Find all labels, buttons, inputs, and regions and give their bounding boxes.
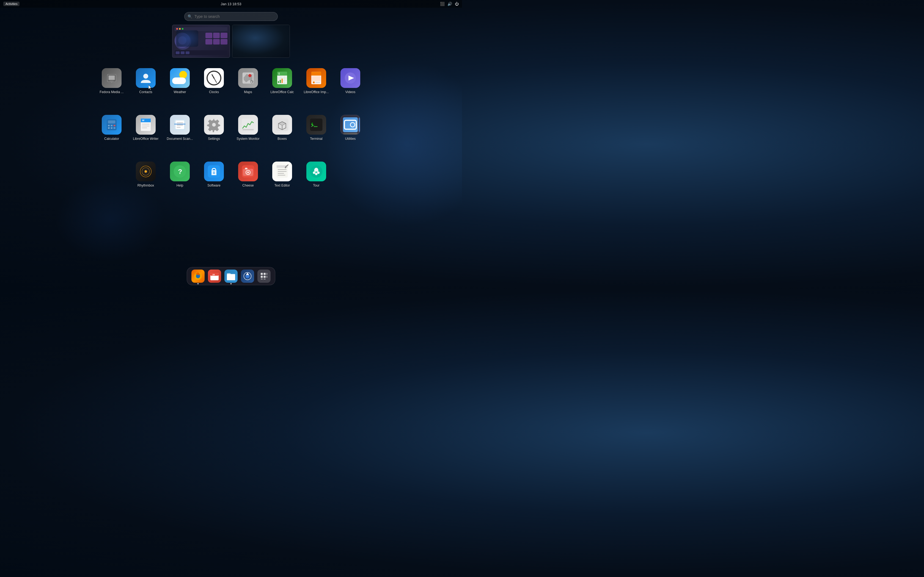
svg-point-26: [313, 81, 315, 83]
app-item-tour[interactable]: Tour: [301, 161, 331, 187]
svg-rect-25: [312, 76, 321, 81]
app-item-rhythmbox[interactable]: Rhythmbox: [131, 161, 161, 187]
app-label-fedora-media-writer: Fedora Media ...: [100, 90, 123, 94]
activities-label: Activities: [5, 2, 17, 5]
app-label-libreoffice-impress: LibreOffice Imp...: [304, 90, 329, 94]
app-item-boxes[interactable]: Boxes: [267, 115, 297, 141]
app-label-utilities: Utilities: [345, 137, 356, 141]
svg-point-102: [315, 173, 318, 175]
app-label-terminal: Terminal: [310, 137, 322, 141]
app-item-calculator[interactable]: + − × ÷ Calculator: [97, 115, 127, 141]
svg-rect-115: [261, 273, 263, 275]
datetime-label: Jan 13 18:53: [221, 2, 241, 6]
app-item-document-scanner[interactable]: Document Scan...: [165, 115, 195, 141]
app-label-rhythmbox: Rhythmbox: [137, 184, 154, 187]
svg-rect-119: [264, 276, 266, 278]
dock-item-calendar[interactable]: 26: [208, 269, 221, 283]
app-item-terminal[interactable]: $_ Terminal: [301, 115, 331, 141]
app-item-libreoffice-calc[interactable]: Σ LibreOffice Calc: [267, 68, 297, 94]
svg-point-4: [143, 74, 148, 79]
display-icon: ⬛: [440, 2, 445, 6]
app-label-libreoffice-calc: LibreOffice Calc: [270, 90, 294, 94]
app-grid-row3: Rhythmbox ? Help Software: [131, 161, 331, 187]
app-label-maps: Maps: [244, 90, 252, 94]
app-label-settings: Settings: [208, 137, 220, 141]
svg-rect-118: [261, 276, 263, 278]
search-container: 🔍: [184, 12, 278, 21]
svg-rect-2: [110, 81, 113, 81]
app-item-software[interactable]: Software: [199, 161, 229, 187]
svg-rect-50: [174, 124, 186, 125]
power-icon[interactable]: ⏻: [455, 2, 459, 6]
top-bar-right: ⬛ 🔊 ⏻: [440, 2, 459, 6]
app-label-system-monitor: System Monitor: [236, 137, 259, 141]
svg-rect-34: [113, 125, 115, 126]
app-item-libreoffice-impress[interactable]: LibreOffice Imp...: [301, 68, 331, 94]
app-label-text-editor: Text Editor: [275, 184, 290, 187]
app-item-utilities[interactable]: PDF Utilities: [335, 115, 365, 141]
app-label-cheese: Cheese: [242, 184, 254, 187]
svg-rect-1: [108, 76, 115, 80]
dock-item-show-applications[interactable]: [257, 269, 271, 283]
svg-text:W: W: [142, 119, 145, 122]
svg-point-55: [212, 123, 216, 127]
app-label-videos: Videos: [346, 90, 355, 94]
dock-item-firefox[interactable]: [191, 269, 205, 283]
app-label-calculator: Calculator: [104, 137, 119, 141]
svg-point-90: [251, 169, 253, 171]
svg-point-3: [111, 81, 113, 83]
svg-rect-24: [311, 72, 321, 76]
svg-text:×: ×: [108, 127, 109, 129]
app-grid-row2: + − × ÷ Calculator W LibreOffice Writer: [97, 115, 365, 141]
app-item-weather[interactable]: Weather: [165, 68, 195, 94]
activities-button[interactable]: Activities: [3, 2, 19, 6]
svg-text:?: ?: [178, 168, 182, 175]
window-previews: [172, 25, 290, 58]
svg-rect-120: [261, 279, 263, 279]
svg-rect-116: [264, 273, 266, 275]
search-input[interactable]: [184, 12, 278, 21]
dock: 26: [187, 267, 275, 285]
app-item-system-monitor[interactable]: System Monitor: [233, 115, 263, 141]
svg-point-66: [351, 122, 355, 127]
app-label-software: Software: [207, 184, 220, 187]
app-item-maps[interactable]: N Maps: [233, 68, 263, 94]
app-item-libreoffice-writer[interactable]: W LibreOffice Writer: [131, 115, 161, 141]
svg-point-79: [145, 170, 147, 173]
app-item-videos[interactable]: Videos: [335, 68, 365, 94]
app-label-help: Help: [176, 184, 183, 187]
svg-text:26: 26: [213, 273, 215, 276]
svg-text:+: +: [108, 125, 109, 126]
svg-rect-21: [279, 80, 281, 83]
svg-rect-31: [108, 120, 115, 123]
svg-rect-117: [267, 273, 267, 275]
svg-rect-112: [227, 275, 235, 280]
volume-icon[interactable]: 🔊: [447, 2, 452, 6]
svg-rect-20: [278, 81, 279, 83]
app-item-contacts[interactable]: Contacts: [131, 68, 161, 94]
svg-rect-22: [282, 79, 283, 83]
app-item-cheese[interactable]: Cheese: [233, 161, 263, 187]
svg-rect-122: [267, 276, 267, 278]
app-item-fedora-media-writer[interactable]: Fedora Media ...: [97, 68, 127, 94]
dock-item-files[interactable]: [225, 269, 237, 283]
app-label-boxes: Boxes: [278, 137, 286, 141]
preview-window-2[interactable]: [232, 25, 290, 58]
app-label-document-scanner: Document Scan...: [166, 137, 193, 141]
svg-rect-57: [242, 129, 254, 131]
dock-item-fedora-installer[interactable]: [241, 269, 254, 283]
app-item-settings[interactable]: Settings: [199, 115, 229, 141]
app-item-clocks[interactable]: Clocks: [199, 68, 229, 94]
svg-rect-89: [245, 168, 247, 169]
app-grid-row1: Fedora Media ... Contacts Weather Clocks: [97, 68, 365, 94]
app-item-text-editor[interactable]: Text Editor: [267, 161, 297, 187]
svg-rect-121: [264, 279, 266, 279]
app-label-contacts: Contacts: [139, 90, 152, 94]
svg-text:Σ: Σ: [279, 72, 280, 75]
app-item-help[interactable]: ? Help: [165, 161, 195, 187]
svg-text:N: N: [251, 81, 252, 83]
top-bar: Activities Jan 13 18:53 ⬛ 🔊 ⏻: [0, 0, 462, 8]
search-icon: 🔍: [187, 14, 192, 19]
svg-text:−: −: [111, 125, 112, 126]
svg-text:÷: ÷: [111, 127, 112, 129]
